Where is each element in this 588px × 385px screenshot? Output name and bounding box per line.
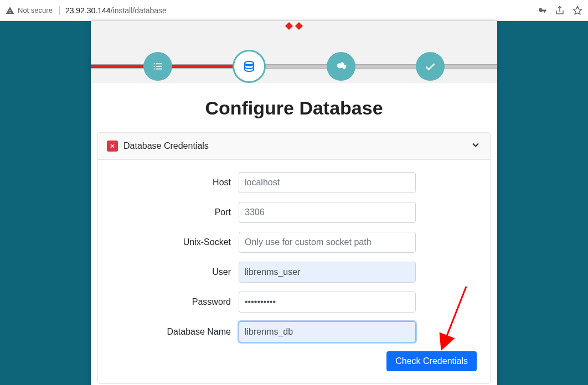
- x-icon: [109, 143, 116, 149]
- stepper: [91, 50, 497, 83]
- security-text: Not secure: [18, 6, 53, 14]
- warning-icon: [6, 6, 14, 15]
- unix-socket-label: Unix-Socket: [111, 237, 239, 247]
- browser-address-bar: Not secure 23.92.30.144/install/database: [0, 0, 588, 21]
- logo-area: [91, 21, 497, 50]
- database-name-label: Database Name: [111, 327, 239, 337]
- panel-title: Database Credentials: [123, 141, 470, 151]
- password-label: Password: [111, 297, 239, 307]
- page-title: Configure Database: [91, 97, 497, 119]
- browser-toolbar-icons: [537, 6, 582, 15]
- key-icon[interactable]: [537, 6, 547, 15]
- svg-marker-0: [574, 6, 582, 14]
- password-input[interactable]: [239, 292, 416, 313]
- database-name-input[interactable]: [239, 321, 416, 342]
- key-step-icon: [335, 60, 347, 72]
- share-icon[interactable]: [555, 6, 565, 15]
- step-database[interactable]: [233, 50, 266, 83]
- step-done[interactable]: [416, 52, 445, 81]
- port-input[interactable]: [239, 202, 416, 223]
- url-display[interactable]: 23.92.30.144/install/database: [59, 6, 167, 15]
- url-host: 23.92.30.144: [65, 6, 111, 15]
- user-input[interactable]: [239, 262, 416, 283]
- star-icon[interactable]: [572, 6, 582, 15]
- logo-icon: [286, 23, 302, 29]
- panel-header[interactable]: Database Credentials: [98, 133, 490, 160]
- panel-body: Host Port Unix-Socket User Password: [98, 160, 490, 383]
- check-credentials-button[interactable]: Check Credentials: [386, 351, 477, 371]
- credentials-panel: Database Credentials Host Port Unix-Sock…: [97, 132, 491, 384]
- database-icon: [243, 60, 256, 73]
- status-badge-error: [107, 141, 118, 152]
- host-label: Host: [111, 178, 239, 188]
- step-checklist[interactable]: [143, 52, 172, 81]
- url-path: /install/database: [111, 6, 167, 15]
- step-key[interactable]: [327, 52, 355, 81]
- host-input[interactable]: [239, 172, 416, 193]
- checklist-icon: [152, 60, 164, 72]
- port-label: Port: [111, 207, 239, 217]
- security-indicator[interactable]: Not secure: [6, 6, 53, 15]
- installer-card: Configure Database Database Credentials …: [91, 21, 497, 385]
- check-icon: [424, 60, 436, 72]
- user-label: User: [111, 267, 239, 277]
- chevron-down-icon: [470, 139, 481, 153]
- unix-socket-input[interactable]: [239, 232, 416, 253]
